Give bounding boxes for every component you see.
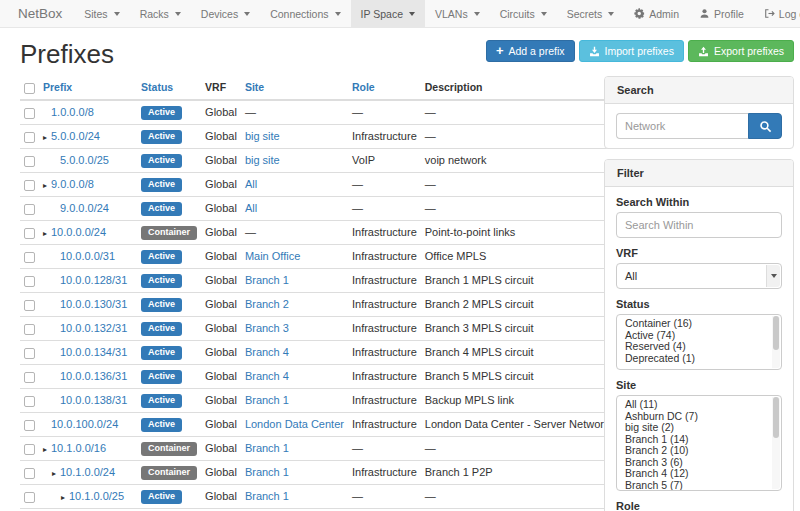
site-link[interactable]: All [245, 178, 257, 190]
prefix-link[interactable]: 10.0.0.132/31 [60, 322, 127, 334]
row-checkbox[interactable] [24, 300, 35, 311]
row-checkbox[interactable] [24, 372, 35, 383]
site-link[interactable]: Branch 1 [245, 466, 289, 478]
row-checkbox[interactable] [24, 180, 35, 191]
add-prefix-button[interactable]: + Add a prefix [486, 40, 575, 62]
expand-arrow-icon: ▸ [43, 229, 51, 238]
search-input[interactable] [616, 113, 748, 139]
role-cell: Infrastructure [348, 316, 421, 340]
plus-icon: + [496, 46, 504, 56]
prefix-link[interactable]: 10.0.0.130/31 [60, 298, 127, 310]
prefix-link[interactable]: 10.0.0.0/24 [51, 226, 106, 238]
column-header-prefix[interactable]: Prefix [39, 76, 137, 100]
row-checkbox[interactable] [24, 348, 35, 359]
row-checkbox[interactable] [24, 492, 35, 503]
site-link[interactable]: Branch 1 [245, 442, 289, 454]
row-checkbox[interactable] [24, 276, 35, 287]
site-cell: London Data Center [241, 412, 348, 436]
nav-item-connections[interactable]: Connections [260, 0, 350, 27]
site-link[interactable]: Branch 4 [245, 370, 289, 382]
prefix-link[interactable]: 10.0.100.0/24 [51, 418, 118, 430]
filter-option[interactable]: Container (16) [617, 318, 771, 330]
filter-option[interactable]: Branch 4 (12) [617, 468, 771, 480]
nav-item-secrets[interactable]: Secrets [557, 0, 625, 27]
row-checkbox[interactable] [24, 204, 35, 215]
filter-option[interactable]: Branch 2 (10) [617, 445, 771, 457]
row-checkbox[interactable] [24, 252, 35, 263]
site-label: Site [616, 379, 782, 391]
search-button[interactable] [748, 113, 782, 139]
prefix-link[interactable]: 10.0.0.0/31 [60, 250, 115, 262]
filter-option[interactable]: Deprecated (1) [617, 353, 771, 365]
search-within-input[interactable] [616, 212, 782, 238]
nav-item-admin[interactable]: Admin [624, 0, 689, 27]
site-link[interactable]: Branch 3 [245, 322, 289, 334]
column-header-role[interactable]: Role [348, 76, 421, 100]
nav-item-ip-space[interactable]: IP Space [351, 0, 425, 27]
site-cell: Branch 1 [241, 388, 348, 412]
site-link[interactable]: Main Office [245, 250, 300, 262]
role-cell: Infrastructure [348, 364, 421, 388]
site-link[interactable]: Branch 2 [245, 298, 289, 310]
nav-item-profile[interactable]: Profile [689, 0, 754, 27]
row-checkbox[interactable] [24, 324, 35, 335]
site-link[interactable]: London Data Center [245, 418, 344, 430]
site-cell: Branch 4 [241, 364, 348, 388]
nav-item-sites[interactable]: Sites [74, 0, 129, 27]
site-link[interactable]: Branch 1 [245, 274, 289, 286]
prefix-link[interactable]: 9.0.0.0/24 [60, 202, 109, 214]
row-checkbox[interactable] [24, 156, 35, 167]
status-badge: Container [141, 466, 197, 480]
nav-item-vlans[interactable]: VLANs [425, 0, 490, 27]
export-prefixes-button[interactable]: Export prefixes [688, 40, 794, 62]
select-all-checkbox[interactable] [24, 83, 35, 94]
scrollbar[interactable] [772, 316, 780, 368]
site-link[interactable]: Branch 4 [245, 346, 289, 358]
role-cell: — [348, 100, 421, 125]
app-logo[interactable]: NetBox [10, 0, 74, 27]
prefix-link[interactable]: 10.0.0.128/31 [60, 274, 127, 286]
site-link[interactable]: big site [245, 154, 280, 166]
site-cell: Branch 1 [241, 268, 348, 292]
prefix-link[interactable]: 10.1.0.0/24 [60, 466, 115, 478]
import-prefixes-button[interactable]: Import prefixes [579, 40, 684, 62]
filter-option[interactable]: All (11) [617, 399, 771, 411]
scrollbar[interactable] [772, 397, 780, 489]
row-checkbox[interactable] [24, 444, 35, 455]
site-link[interactable]: All [245, 202, 257, 214]
site-link[interactable]: Branch 1 [245, 394, 289, 406]
table-row: 10.0.0.128/31ActiveGlobalBranch 1Infrast… [20, 268, 613, 292]
row-checkbox[interactable] [24, 396, 35, 407]
prefix-link[interactable]: 10.0.0.136/31 [60, 370, 127, 382]
filter-option[interactable]: big site (2) [617, 422, 771, 434]
nav-item-racks[interactable]: Racks [130, 0, 191, 27]
nav-item-label: Devices [201, 8, 238, 20]
row-checkbox[interactable] [24, 468, 35, 479]
prefix-link[interactable]: 5.0.0.0/24 [51, 130, 100, 142]
prefix-link[interactable]: 10.1.0.0/25 [69, 490, 124, 502]
row-checkbox[interactable] [24, 108, 35, 119]
prefix-link[interactable]: 10.0.0.138/31 [60, 394, 127, 406]
table-row: ▸10.1.0.0/16ContainerGlobalBranch 1—— [20, 436, 613, 460]
vrf-select[interactable]: All [616, 263, 782, 289]
nav-item-label: Circuits [500, 8, 535, 20]
status-badge: Container [141, 226, 197, 240]
column-header-site[interactable]: Site [241, 76, 348, 100]
prefix-link[interactable]: 10.1.0.0/16 [51, 442, 106, 454]
filter-option[interactable]: Reserved (4) [617, 341, 771, 353]
vrf-cell: Global [201, 220, 241, 244]
nav-item-log-out[interactable]: Log out [754, 0, 800, 27]
prefix-link[interactable]: 5.0.0.0/25 [60, 154, 109, 166]
column-header-status[interactable]: Status [137, 76, 201, 100]
site-link[interactable]: Branch 1 [245, 490, 289, 502]
nav-item-circuits[interactable]: Circuits [490, 0, 557, 27]
row-checkbox[interactable] [24, 420, 35, 431]
prefix-link[interactable]: 10.0.0.134/31 [60, 346, 127, 358]
nav-item-devices[interactable]: Devices [191, 0, 260, 27]
page-header: Prefixes + Add a prefix Import prefixes … [20, 38, 794, 70]
row-checkbox[interactable] [24, 132, 35, 143]
site-link[interactable]: big site [245, 130, 280, 142]
prefix-link[interactable]: 9.0.0.0/8 [51, 178, 94, 190]
row-checkbox[interactable] [24, 228, 35, 239]
prefix-link[interactable]: 1.0.0.0/8 [51, 106, 94, 118]
